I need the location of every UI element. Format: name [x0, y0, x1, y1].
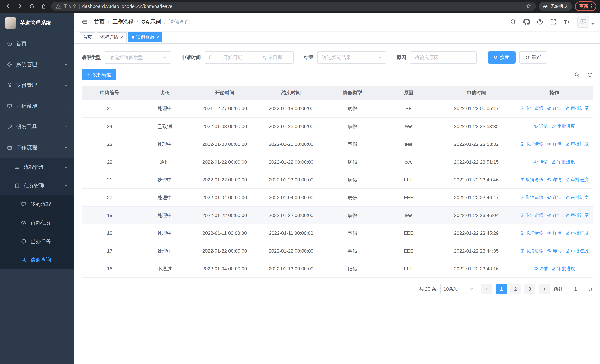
warning-icon[interactable]	[56, 4, 61, 9]
action-detail[interactable]: 详情	[547, 230, 562, 236]
filter-bar: 请假类型 申请时间 -	[82, 51, 593, 64]
toggle-search-icon[interactable]	[574, 72, 580, 78]
close-icon[interactable]: ×	[156, 35, 159, 40]
apply-time-range-picker[interactable]: -	[205, 51, 293, 64]
action-progress[interactable]: 审批进度	[552, 159, 575, 165]
action-progress[interactable]: 审批进度	[565, 141, 589, 147]
action-detail[interactable]: 详情	[534, 266, 548, 271]
action-progress[interactable]: 审批进度	[565, 195, 589, 200]
leave-type-input[interactable]	[109, 55, 161, 60]
next-page-button[interactable]	[539, 284, 550, 294]
action-detail[interactable]: 详情	[547, 248, 562, 254]
result-select[interactable]	[317, 51, 386, 64]
result-input[interactable]	[322, 55, 376, 60]
dashboard-icon	[7, 41, 13, 47]
action-detail[interactable]: 详情	[547, 212, 562, 218]
breadcrumb-item[interactable]: OA 示例	[141, 18, 161, 25]
menu-label: 基础设施	[16, 103, 64, 110]
cell-start-time: 2022-01-03 00:00:00	[191, 118, 258, 135]
search-button[interactable]: 搜索	[488, 51, 516, 64]
sidebar-item-dev-tools[interactable]: 研发工具	[0, 116, 74, 137]
page-button-2[interactable]: 2	[510, 284, 521, 294]
sidebar-item-process-management[interactable]: 流程管理	[0, 158, 74, 177]
action-cancel[interactable]: 取消请假	[520, 230, 543, 236]
end-date-input[interactable]	[256, 55, 290, 60]
action-detail[interactable]: 详情	[534, 123, 548, 129]
logo[interactable]: 芋道管理系统	[0, 13, 74, 33]
reload-button[interactable]	[28, 2, 36, 11]
chevron-down-icon	[163, 55, 168, 60]
action-cancel[interactable]: 取消请假	[520, 195, 543, 200]
sidebar-item-my-processes[interactable]: 我的流程	[0, 195, 74, 214]
tab-流程详情[interactable]: 流程详情×	[97, 32, 127, 42]
bookmark-star-icon[interactable]	[526, 3, 531, 9]
update-button[interactable]: 更新	[575, 1, 596, 11]
url-text[interactable]: dashboard.yudao.iocoder.cn/bpm/oa/leave	[82, 4, 172, 9]
forward-button[interactable]	[16, 2, 24, 11]
column-header: 请假类型	[324, 86, 380, 100]
user-menu[interactable]	[577, 16, 594, 28]
sidebar-item-todo-tasks[interactable]: 待办任务	[0, 214, 74, 232]
action-detail[interactable]: 详情	[534, 159, 548, 165]
back-button[interactable]	[4, 2, 13, 11]
action-progress[interactable]: 审批进度	[565, 248, 589, 254]
close-icon[interactable]: ×	[121, 35, 123, 40]
action-progress[interactable]: 审批进度	[552, 123, 575, 129]
github-icon[interactable]	[521, 16, 532, 28]
page-size-select[interactable]: 10条/页	[440, 284, 477, 294]
leave-type-select[interactable]	[104, 51, 171, 64]
home-button[interactable]	[39, 2, 48, 11]
action-detail[interactable]: 详情	[547, 105, 562, 111]
cell-operations: 取消请假详情审批进度	[516, 224, 593, 242]
eye-icon	[547, 142, 552, 146]
action-progress[interactable]: 审批进度	[565, 212, 589, 218]
sidebar-item-home[interactable]: 首页	[0, 33, 74, 54]
sidebar-item-done-tasks[interactable]: 已办任务	[0, 232, 74, 251]
action-progress[interactable]: 审批进度	[565, 177, 589, 183]
prev-page-button[interactable]	[481, 284, 492, 294]
sidebar-item-workflow[interactable]: 工作流程	[0, 137, 74, 158]
action-detail[interactable]: 详情	[547, 177, 562, 183]
font-size-icon[interactable]: TT	[561, 16, 572, 28]
active-tab-dot	[132, 36, 134, 38]
action-progress[interactable]: 审批进度	[565, 105, 589, 111]
help-icon[interactable]	[534, 16, 545, 28]
action-progress[interactable]: 审批进度	[552, 266, 575, 271]
breadcrumb-item[interactable]: 首页	[94, 18, 104, 25]
browser-menu-icon[interactable]	[589, 4, 594, 9]
address-bar[interactable]: 不安全 dashboard.yudao.iocoder.cn/bpm/oa/le…	[51, 2, 536, 11]
tab-请假查询[interactable]: 请假查询×	[128, 32, 162, 42]
start-date-input[interactable]	[216, 55, 250, 60]
sidebar-item-payment[interactable]: 支付管理	[0, 75, 74, 96]
chevron-down-icon	[64, 83, 68, 87]
action-progress[interactable]: 审批进度	[565, 230, 589, 236]
reason-input[interactable]	[415, 55, 472, 60]
action-cancel[interactable]: 取消请假	[520, 212, 543, 218]
action-detail[interactable]: 详情	[547, 141, 562, 147]
breadcrumb-item[interactable]: 工作流程	[113, 18, 133, 25]
reason-field[interactable]	[410, 51, 477, 64]
reset-button[interactable]: 重置	[519, 51, 547, 64]
goto-page-input[interactable]	[567, 284, 584, 294]
page-button-3[interactable]: 3	[524, 284, 535, 294]
action-cancel[interactable]: 取消请假	[520, 141, 543, 147]
chat-icon	[21, 201, 27, 207]
action-cancel[interactable]: 取消请假	[520, 248, 543, 254]
breadcrumb-item: 请假查询	[169, 18, 190, 25]
sidebar-toggle-button[interactable]	[80, 18, 88, 26]
cell-start-time: 2022-01-03 00:00:00	[191, 135, 258, 153]
table-row: 24已取消2022-01-03 00:00:002022-01-26 00:00…	[82, 118, 593, 135]
create-leave-button[interactable]: 发起请假	[82, 69, 116, 80]
action-detail[interactable]: 详情	[547, 195, 562, 200]
page-button-1[interactable]: 1	[496, 284, 507, 294]
sidebar-item-infrastructure[interactable]: 基础设施	[0, 96, 74, 116]
header-search-icon[interactable]	[508, 16, 519, 28]
sidebar-item-task-management[interactable]: 任务管理	[0, 177, 74, 195]
fullscreen-icon[interactable]	[548, 16, 559, 28]
refresh-table-icon[interactable]	[587, 72, 593, 78]
tab-首页[interactable]: 首页	[80, 32, 95, 42]
sidebar-item-leave-query[interactable]: 请假查询	[0, 251, 74, 269]
action-cancel[interactable]: 取消请假	[520, 177, 543, 183]
action-cancel[interactable]: 取消请假	[520, 105, 543, 111]
sidebar-item-system[interactable]: 系统管理	[0, 54, 74, 75]
